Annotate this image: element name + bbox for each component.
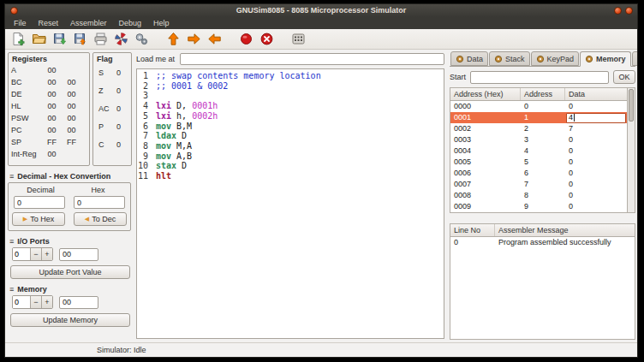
start-address-input[interactable]	[470, 71, 609, 84]
hex-input[interactable]	[74, 196, 125, 209]
converter-section-title: ≡ Decimal - Hex Convertion	[9, 172, 133, 181]
list-icon: ≡	[9, 238, 14, 246]
title-bar[interactable]: GNUSim8085 - 8085 Microprocessor Simulat…	[5, 4, 637, 17]
line-number: 8	[137, 141, 156, 151]
port-address-stepper[interactable]: −+	[12, 247, 53, 261]
editor-column: Load me at 1;; swap contents memory loca…	[134, 50, 447, 342]
code-line[interactable]: 6mov B,M	[137, 122, 444, 132]
memory-table-row[interactable]: 000227	[450, 123, 627, 134]
menu-item-debug[interactable]: Debug	[113, 17, 148, 29]
memory-table-row[interactable]: 000114	[450, 112, 627, 123]
code-line[interactable]: 10stax D	[137, 161, 444, 171]
tab-data[interactable]: Data	[450, 51, 488, 66]
stop-button[interactable]	[259, 31, 275, 47]
memory-data-editor[interactable]: 4	[566, 113, 626, 123]
io-ports-section-title: ≡ I/O Ports	[9, 237, 133, 246]
print-icon	[93, 32, 108, 46]
code-line[interactable]: 8mov M,A	[137, 141, 444, 151]
memory-scrollbar[interactable]	[628, 87, 635, 213]
breakpoint-button[interactable]	[238, 31, 254, 47]
column-header-data[interactable]: Data	[565, 88, 627, 100]
menu-item-file[interactable]: File	[8, 17, 33, 29]
code-line[interactable]: 9mov A,B	[137, 151, 444, 162]
status-text: Simulator: Idle	[97, 346, 146, 354]
assemble-button[interactable]	[113, 31, 129, 47]
save-as-button[interactable]	[72, 31, 88, 47]
step-back-button[interactable]	[206, 31, 223, 47]
memory-table-row[interactable]: 000550	[450, 157, 627, 168]
memory-table-row[interactable]: 000770	[450, 179, 627, 190]
ok-button[interactable]: OK	[613, 70, 635, 84]
decimal-input[interactable]	[14, 196, 65, 209]
step-up-button[interactable]	[165, 31, 182, 47]
tab-io-ports[interactable]: I/O Ports	[632, 51, 637, 66]
flag-title: Flag	[93, 53, 131, 64]
memory-table-row[interactable]: 000990	[450, 201, 627, 212]
code-line[interactable]: 5lxi h, 0002h	[137, 111, 444, 122]
tab-icon	[456, 55, 464, 63]
print-button[interactable]	[92, 31, 109, 47]
column-header-assembler-message[interactable]: Assembler Message	[495, 224, 635, 236]
to-dec-button[interactable]: ◀To Dec	[74, 212, 127, 226]
menu-item-reset[interactable]: Reset	[33, 17, 65, 29]
save-as-icon	[73, 32, 87, 46]
save-button[interactable]	[51, 31, 68, 47]
scrollbar-thumb[interactable]	[629, 89, 634, 122]
minimize-button[interactable]	[614, 7, 622, 15]
memory-address-input[interactable]	[13, 296, 30, 308]
menu-item-assembler[interactable]: Assembler	[64, 17, 113, 29]
stepper-plus-button[interactable]: +	[41, 296, 52, 308]
line-number: 6	[137, 122, 156, 132]
stepper-plus-button[interactable]: +	[41, 248, 52, 260]
message-row[interactable]: 0 Program assembled successfully	[450, 237, 635, 248]
menu-item-help[interactable]: Help	[147, 17, 176, 29]
window-title: GNUSim8085 - 8085 Microprocessor Simulat…	[236, 6, 407, 15]
column-header-address-hex[interactable]: Address (Hex)	[450, 88, 521, 100]
code-line[interactable]: 4lxi D, 0001h	[137, 101, 444, 111]
update-memory-button[interactable]: Update Memory	[10, 313, 130, 327]
stepper-minus-button[interactable]: −	[30, 248, 41, 260]
keypad-button[interactable]	[290, 31, 307, 47]
column-header-line-no[interactable]: Line No	[450, 224, 495, 236]
tools-button[interactable]	[134, 31, 150, 47]
desktop: GNUSim8085 - 8085 Microprocessor Simulat…	[0, 0, 644, 362]
registers-panel: Registers A00 BC0000 DE0000 HL0000 PSW00…	[8, 52, 90, 166]
column-header-address[interactable]: Address	[521, 88, 565, 100]
memory-table-row[interactable]: 000000	[450, 101, 627, 112]
main-area: Registers A00 BC0000 DE0000 HL0000 PSW00…	[5, 50, 637, 342]
code-line[interactable]: 7ldax D	[137, 131, 444, 141]
memory-table-row[interactable]: 000660	[450, 168, 627, 179]
memory-table-row[interactable]: 000440	[450, 145, 627, 157]
load-address-input[interactable]	[180, 53, 444, 65]
memory-address-stepper[interactable]: −+	[12, 295, 53, 309]
port-value-input[interactable]	[59, 248, 98, 261]
code-area[interactable]: 1;; swap contents memory location2;; 000…	[136, 68, 444, 339]
register-row-pc: PC0000	[9, 124, 89, 136]
update-port-value-button[interactable]: Update Port Value	[10, 265, 130, 279]
start-label: Start	[450, 73, 466, 81]
code-line[interactable]: 3	[137, 91, 444, 101]
close-button[interactable]	[10, 7, 18, 15]
to-hex-button[interactable]: ▶To Hex	[12, 212, 65, 226]
maximize-button[interactable]	[625, 7, 633, 15]
tab-icon	[536, 55, 545, 63]
new-file-button[interactable]	[10, 31, 27, 47]
code-line[interactable]: 11hlt	[137, 171, 444, 181]
tab-memory[interactable]: Memory	[580, 51, 631, 67]
memory-table-body: 0000000001140002270003300004400005500006…	[450, 101, 627, 212]
run-button[interactable]	[186, 31, 202, 47]
keypad-icon	[291, 32, 306, 46]
open-button[interactable]	[31, 31, 47, 47]
stepper-minus-button[interactable]: −	[30, 296, 41, 308]
code-line[interactable]: 2;; 0001 & 0002	[137, 81, 444, 92]
flag-row-s: S0	[93, 64, 131, 82]
port-address-input[interactable]	[13, 248, 30, 260]
tab-stack[interactable]: Stack	[489, 51, 530, 66]
memory-table-row[interactable]: 000330	[450, 134, 627, 145]
tab-keypad[interactable]: KeyPad	[531, 51, 580, 66]
memory-value-input[interactable]	[59, 296, 98, 309]
memory-controls: −+	[12, 295, 133, 309]
memory-table-row[interactable]: 000880	[450, 190, 627, 201]
register-row-psw: PSW0000	[9, 112, 89, 124]
code-line[interactable]: 1;; swap contents memory location	[137, 71, 444, 81]
